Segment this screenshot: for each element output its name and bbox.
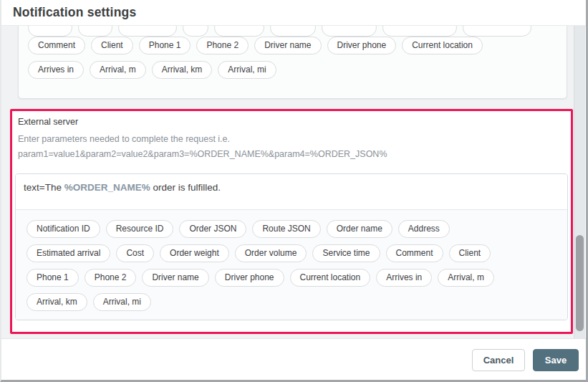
dialog-title: Notification settings <box>13 5 136 20</box>
param-chip[interactable]: Phone 1 <box>26 269 79 287</box>
clipped-chip-row-container <box>28 26 557 37</box>
external-server-description: Enter parameters needed to complete the … <box>18 132 568 162</box>
param-chip-clipped[interactable] <box>183 26 208 37</box>
param-chip-clipped[interactable] <box>78 26 112 37</box>
param-chip[interactable]: Order name <box>327 220 392 238</box>
param-chip[interactable]: Driver name <box>142 269 208 287</box>
param-chip[interactable]: Estimated arrival <box>26 244 110 262</box>
chip-row: Estimated arrivalCostOrder weightOrder v… <box>26 244 556 262</box>
param-chip[interactable]: Resource ID <box>106 220 174 238</box>
param-chip[interactable]: Driver phone <box>215 269 284 287</box>
param-chip[interactable]: Arrives in <box>376 269 432 287</box>
notification-settings-dialog: Notification settings CommentClientPhone… <box>0 0 588 382</box>
param-chip[interactable]: Arrival, m <box>438 269 494 287</box>
param-chip[interactable]: Route JSON <box>252 220 320 238</box>
request-body-panel: text=The %ORDER_NAME% order is fulfilled… <box>15 173 568 320</box>
param-chip[interactable]: Comment <box>28 37 85 54</box>
chip-row: Phone 1Phone 2Driver nameDriver phoneCur… <box>26 269 556 287</box>
param-chip[interactable]: Arrival, km <box>26 293 87 311</box>
param-chip-clipped[interactable] <box>382 26 457 37</box>
param-chip[interactable]: Client <box>91 37 133 54</box>
param-chip-clipped[interactable] <box>463 26 531 37</box>
param-chip[interactable]: Arrival, mi <box>218 61 276 79</box>
param-chip-clipped[interactable] <box>118 26 177 37</box>
previous-chip-rows: CommentClientPhone 1Phone 2Driver nameDr… <box>28 37 557 79</box>
param-chip[interactable]: Arrival, m <box>90 61 146 79</box>
chip-row: Arrival, kmArrival, mi <box>26 293 556 311</box>
param-chip-clipped[interactable] <box>270 26 316 37</box>
param-chip[interactable]: Current location <box>290 269 371 287</box>
param-chip-clipped[interactable] <box>214 26 264 37</box>
parameter-chip-list: Notification IDResource IDOrder JSONRout… <box>16 209 567 320</box>
dialog-scroll-content: CommentClientPhone 1Phone 2Driver nameDr… <box>0 26 574 338</box>
previous-notification-card: CommentClientPhone 1Phone 2Driver nameDr… <box>18 26 567 99</box>
param-chip[interactable]: Order volume <box>235 244 307 262</box>
param-chip[interactable]: Driver phone <box>327 37 397 54</box>
message-input[interactable]: text=The %ORDER_NAME% order is fulfilled… <box>16 174 567 209</box>
param-chip[interactable]: Order weight <box>160 244 229 262</box>
chip-row: Arrives inArrival, mArrival, kmArrival, … <box>28 61 557 79</box>
chip-row-clipped <box>28 26 557 37</box>
chip-row: Notification IDResource IDOrder JSONRout… <box>26 220 556 238</box>
param-chip-clipped[interactable] <box>322 26 377 37</box>
param-chip[interactable]: Arrival, mi <box>93 293 151 311</box>
param-chip[interactable]: Service time <box>312 244 380 262</box>
param-chip-clipped[interactable] <box>28 26 72 37</box>
param-chip[interactable]: Arrives in <box>28 61 84 79</box>
save-button[interactable]: Save <box>533 349 579 371</box>
order-name-token: %ORDER_NAME% <box>64 182 150 193</box>
param-chip[interactable]: Driver name <box>254 37 321 54</box>
description-line-1: Enter parameters needed to complete the … <box>18 132 568 147</box>
param-chip[interactable]: Arrival, km <box>152 61 213 79</box>
message-suffix: order is fulfilled. <box>150 182 221 193</box>
param-chip[interactable]: Current location <box>402 37 483 54</box>
param-chip[interactable]: Phone 2 <box>196 37 249 54</box>
scrollbar-track[interactable] <box>574 26 585 338</box>
dialog-header: Notification settings <box>0 0 586 26</box>
param-chip[interactable]: Phone 2 <box>85 269 137 287</box>
param-chip[interactable]: Order JSON <box>179 220 246 238</box>
param-chip[interactable]: Notification ID <box>26 220 100 238</box>
dialog-footer: Cancel Save <box>0 338 586 382</box>
param-chip[interactable]: Client <box>449 244 491 262</box>
external-server-title: External server <box>18 118 568 127</box>
message-prefix: text=The <box>24 182 64 193</box>
param-chip[interactable]: Cost <box>116 244 154 262</box>
param-chip[interactable]: Address <box>398 220 450 238</box>
chip-row: CommentClientPhone 1Phone 2Driver nameDr… <box>28 37 557 54</box>
description-line-2: param1=value1&param2=value2&param3=%ORDE… <box>18 147 568 162</box>
scrollbar-thumb[interactable] <box>576 235 584 331</box>
external-server-section: External server Enter parameters needed … <box>10 109 573 334</box>
param-chip[interactable]: Phone 1 <box>139 37 191 54</box>
cancel-button[interactable]: Cancel <box>472 349 525 371</box>
param-chip[interactable]: Comment <box>386 244 443 262</box>
